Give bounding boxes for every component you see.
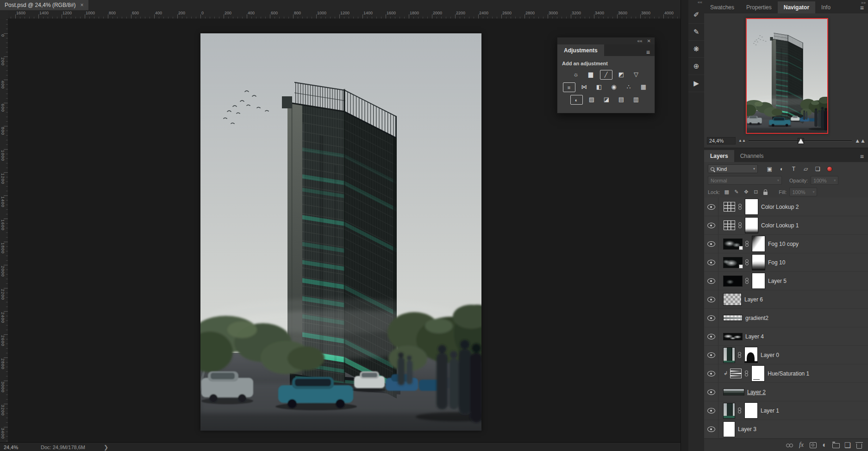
layer-row[interactable]: Layer 5 — [704, 272, 868, 290]
blend-mode-select[interactable]: Normal▾ — [708, 176, 782, 185]
hue-saturation-icon[interactable]: ≡ — [563, 82, 575, 92]
visibility-toggle[interactable] — [704, 198, 718, 216]
layer-mask-thumbnail[interactable] — [745, 403, 757, 418]
layer-row[interactable]: gradient2 — [704, 309, 868, 327]
mask-link-icon[interactable] — [738, 352, 742, 358]
layer-mask-thumbnail[interactable] — [752, 366, 764, 381]
brush-settings-icon[interactable]: ✎ — [688, 24, 704, 41]
opacity-field[interactable]: 100%▾ — [811, 176, 838, 185]
layer-row[interactable]: ↲Hue/Saturation 1 — [704, 364, 868, 383]
layer-thumbnail[interactable] — [724, 348, 735, 363]
layer-thumbnail[interactable] — [724, 422, 735, 437]
visibility-toggle[interactable] — [704, 290, 718, 308]
lock-transparency-icon[interactable]: ▩ — [723, 188, 731, 196]
mask-link-icon[interactable] — [745, 259, 749, 266]
mask-link-icon[interactable] — [738, 222, 742, 229]
curves-icon[interactable]: ╱ — [600, 70, 612, 80]
mask-link-icon[interactable] — [745, 241, 749, 247]
swatches-palette-icon[interactable]: ❋ — [688, 41, 704, 58]
filter-adjustment-layers-icon[interactable]: ◐ — [776, 164, 787, 173]
layer-row[interactable]: Layer 2 — [704, 383, 868, 401]
channel-mixer-icon[interactable]: ∴ — [623, 82, 635, 91]
tab-channels[interactable]: Channels — [734, 150, 770, 162]
black-white-icon[interactable]: ◧ — [593, 82, 605, 91]
expand-dock-icon[interactable]: »» — [861, 0, 866, 5]
layer-thumbnail[interactable] — [724, 220, 735, 230]
layer-thumbnail[interactable] — [724, 294, 741, 305]
layer-row[interactable]: Color Lookup 1 — [704, 216, 868, 235]
selective-color-icon[interactable]: ▥ — [631, 95, 642, 104]
document-canvas[interactable] — [200, 33, 481, 431]
layer-mask-thumbnail[interactable] — [745, 199, 758, 214]
layer-row[interactable]: Fog 10 — [704, 253, 868, 272]
gradient-map-icon[interactable]: ▤ — [616, 95, 627, 104]
collapse-strip-icon[interactable]: «« — [698, 0, 704, 6]
layer-thumbnail[interactable] — [724, 315, 742, 320]
threshold-icon[interactable]: ◪ — [601, 95, 612, 104]
mask-link-icon[interactable] — [738, 204, 742, 210]
filter-shape-layers-icon[interactable]: ▱ — [800, 164, 811, 173]
close-document-icon[interactable]: × — [81, 2, 84, 8]
color-balance-icon[interactable]: ⋈ — [579, 82, 590, 91]
brushes-icon[interactable]: ✐ — [688, 6, 704, 24]
zoom-in-icon[interactable]: ▲▲ — [855, 138, 866, 144]
color-lookup-icon[interactable]: ▦ — [638, 82, 649, 91]
tab-layers[interactable]: Layers — [704, 150, 734, 162]
layer-thumbnail[interactable] — [724, 403, 735, 418]
exposure-icon[interactable]: ◩ — [616, 70, 627, 79]
layer-row[interactable]: Layer 3 — [704, 420, 868, 438]
navigator-thumbnail[interactable] — [746, 18, 828, 134]
layer-thumbnail[interactable] — [724, 276, 742, 286]
document-tab[interactable]: Post.psd @ 24,4% (RGB/8#) × — [0, 0, 88, 10]
layer-mask-thumbnail[interactable] — [752, 273, 765, 288]
close-panel-icon[interactable]: ✕ — [647, 38, 651, 44]
status-zoom-field[interactable]: 24,4% — [4, 445, 28, 450]
layer-mask-thumbnail[interactable] — [752, 255, 765, 270]
tab-adjustments[interactable]: Adjustments — [557, 44, 604, 56]
mask-link-icon[interactable] — [745, 370, 749, 377]
layer-thumbnail[interactable] — [724, 257, 742, 268]
visibility-toggle[interactable] — [704, 253, 718, 271]
lock-all-icon[interactable] — [762, 188, 769, 196]
layer-row[interactable]: Color Lookup 2 — [704, 198, 868, 216]
tab-properties[interactable]: Properties — [740, 1, 778, 13]
visibility-toggle[interactable] — [704, 401, 718, 420]
posterize-icon[interactable]: ▨ — [586, 95, 598, 104]
lock-pixels-icon[interactable]: ✎ — [732, 188, 740, 196]
add-layer-mask-icon[interactable] — [809, 442, 817, 448]
visibility-toggle[interactable] — [704, 383, 718, 401]
visibility-toggle[interactable] — [704, 420, 718, 438]
layer-row[interactable]: Layer 0 — [704, 346, 868, 364]
zoom-out-icon[interactable]: ▲▲ — [738, 139, 746, 143]
layer-row[interactable]: Layer 6 — [704, 290, 868, 309]
layer-row[interactable]: Layer 4 — [704, 327, 868, 346]
panel-menu-icon[interactable]: ≡ — [642, 49, 655, 56]
mask-link-icon[interactable] — [738, 407, 742, 414]
layer-row[interactable]: Layer 1 — [704, 401, 868, 420]
clone-source-icon[interactable]: ⊕ — [688, 58, 704, 75]
lock-position-icon[interactable]: ✥ — [742, 188, 750, 196]
visibility-toggle[interactable] — [704, 346, 718, 364]
visibility-toggle[interactable] — [704, 272, 718, 290]
layers-menu-icon[interactable]: ≡ — [856, 153, 868, 162]
navigator-menu-icon[interactable]: ≡ — [856, 4, 868, 13]
navigator-zoom-field[interactable]: 24,4% — [707, 137, 736, 144]
visibility-toggle[interactable] — [704, 235, 718, 253]
visibility-toggle[interactable] — [704, 309, 718, 327]
photo-filter-icon[interactable]: ◉ — [608, 82, 620, 91]
link-layers-icon[interactable] — [786, 444, 793, 447]
filter-toggle-switch[interactable] — [827, 166, 832, 172]
tab-info[interactable]: Info — [815, 1, 837, 13]
filter-smart-objects-icon[interactable]: ❏ — [812, 164, 823, 173]
layer-mask-thumbnail[interactable] — [745, 347, 757, 363]
new-layer-icon[interactable]: ❏ — [844, 441, 851, 450]
fill-field[interactable]: 100%▾ — [789, 188, 817, 196]
layer-style-icon[interactable]: fx — [798, 441, 805, 449]
brightness-contrast-icon[interactable]: ☼ — [570, 70, 582, 79]
new-adjustment-layer-icon[interactable]: ◐ — [821, 441, 828, 449]
vibrance-icon[interactable]: ▽ — [631, 70, 642, 79]
visibility-toggle[interactable] — [704, 216, 718, 234]
mask-link-icon[interactable] — [745, 278, 749, 284]
layer-mask-thumbnail[interactable] — [745, 218, 758, 233]
visibility-toggle[interactable] — [704, 364, 718, 382]
